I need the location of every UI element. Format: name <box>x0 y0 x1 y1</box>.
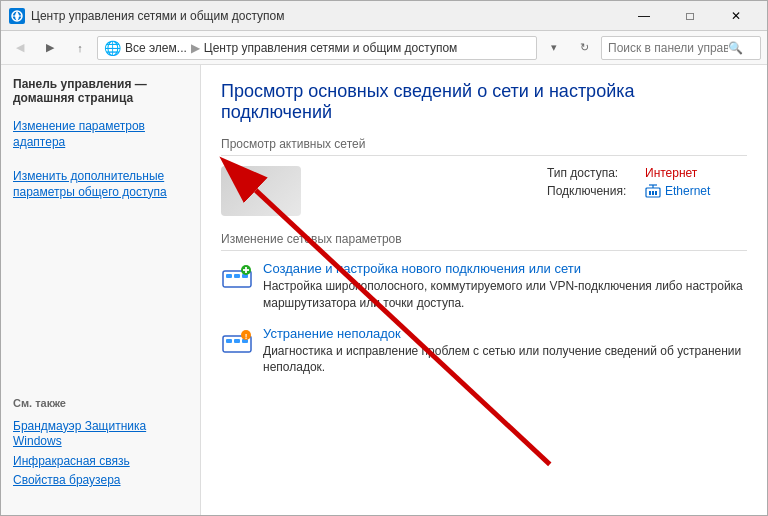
content-area: Просмотр основных сведений о сети и наст… <box>201 65 767 515</box>
svg-rect-5 <box>649 191 651 195</box>
sidebar-link-browser[interactable]: Свойства браузера <box>13 471 188 491</box>
access-type-label: Тип доступа: <box>547 166 637 180</box>
troubleshoot-text: Устранение неполадок Диагностика и испра… <box>263 326 747 377</box>
svg-rect-12 <box>234 274 240 278</box>
ethernet-label: Ethernet <box>665 184 710 198</box>
path-current: Центр управления сетями и общим доступом <box>204 41 458 55</box>
ethernet-icon <box>645 184 661 198</box>
refresh-button[interactable]: ↻ <box>571 35 597 61</box>
dropdown-button[interactable]: ▾ <box>541 35 567 61</box>
minimize-button[interactable]: — <box>621 1 667 31</box>
network-logo <box>221 166 301 216</box>
create-connection-desc: Настройка широкополосного, коммутируемог… <box>263 279 743 310</box>
active-networks-header: Просмотр активных сетей <box>221 137 747 156</box>
sidebar-home-title: Панель управления —домашняя страница <box>13 77 188 105</box>
page-title: Просмотр основных сведений о сети и наст… <box>221 81 747 123</box>
path-separator: ▶ <box>191 41 200 55</box>
up-button[interactable]: ↑ <box>67 35 93 61</box>
svg-rect-7 <box>655 191 657 195</box>
connections-label: Подключения: <box>547 184 637 198</box>
sidebar-link-infrared[interactable]: Инфракрасная связь <box>13 452 188 472</box>
see-also-label: См. также <box>13 397 188 409</box>
main-area: Панель управления —домашняя страница Изм… <box>1 65 767 515</box>
path-all: Все элем... <box>125 41 187 55</box>
create-connection-link[interactable]: Создание и настройка нового подключения … <box>263 261 747 276</box>
address-path[interactable]: 🌐 Все элем... ▶ Центр управления сетями … <box>97 36 537 60</box>
search-input[interactable] <box>608 41 728 55</box>
svg-rect-6 <box>652 191 654 195</box>
troubleshoot-item: ! Устранение неполадок Диагностика и исп… <box>221 326 747 377</box>
sidebar-link-firewall[interactable]: Брандмауэр Защитника Windows <box>13 417 188 452</box>
window-icon <box>9 8 25 24</box>
troubleshoot-link[interactable]: Устранение неполадок <box>263 326 747 341</box>
create-connection-icon <box>221 263 253 295</box>
sidebar-bottom: См. также Брандмауэр Защитника Windows И… <box>1 385 200 503</box>
title-bar: Центр управления сетями и общим доступом… <box>1 1 767 31</box>
network-details: Тип доступа: Интернет Подключения: <box>547 166 747 202</box>
sidebar-link-adapter[interactable]: Изменение параметров адаптера <box>13 117 188 152</box>
close-button[interactable]: ✕ <box>713 1 759 31</box>
sidebar-links: Изменение параметров адаптера Изменить д… <box>1 117 200 202</box>
maximize-button[interactable]: □ <box>667 1 713 31</box>
svg-rect-11 <box>226 274 232 278</box>
connections-row: Подключения: Ethernet <box>547 184 747 198</box>
forward-button[interactable]: ▶ <box>37 35 63 61</box>
svg-rect-18 <box>226 339 232 343</box>
search-box[interactable]: 🔍 <box>601 36 761 60</box>
window-title: Центр управления сетями и общим доступом <box>31 9 621 23</box>
back-button[interactable]: ◀ <box>7 35 33 61</box>
change-section-header: Изменение сетевых параметров <box>221 232 747 251</box>
sidebar-link-sharing[interactable]: Изменить дополнительные параметры общего… <box>13 167 188 202</box>
create-connection-item: Создание и настройка нового подключения … <box>221 261 747 312</box>
change-section: Изменение сетевых параметров <box>221 232 747 376</box>
svg-rect-19 <box>234 339 240 343</box>
window-controls: — □ ✕ <box>621 1 759 31</box>
address-bar: ◀ ▶ ↑ 🌐 Все элем... ▶ Центр управления с… <box>1 31 767 65</box>
create-connection-text: Создание и настройка нового подключения … <box>263 261 747 312</box>
ethernet-link[interactable]: Ethernet <box>645 184 710 198</box>
main-window: Центр управления сетями и общим доступом… <box>0 0 768 516</box>
troubleshoot-icon: ! <box>221 328 253 360</box>
path-icon: 🌐 <box>104 40 121 56</box>
network-row: Тип доступа: Интернет Подключения: <box>221 166 747 216</box>
troubleshoot-desc: Диагностика и исправление проблем с сеть… <box>263 344 741 375</box>
svg-text:!: ! <box>245 332 248 341</box>
search-icon: 🔍 <box>728 41 743 55</box>
active-networks: Просмотр активных сетей Тип доступа: Инт… <box>221 137 747 216</box>
sidebar: Панель управления —домашняя страница Изм… <box>1 65 201 515</box>
access-type-value: Интернет <box>645 166 697 180</box>
access-type-row: Тип доступа: Интернет <box>547 166 747 180</box>
sidebar-home: Панель управления —домашняя страница <box>1 77 200 117</box>
